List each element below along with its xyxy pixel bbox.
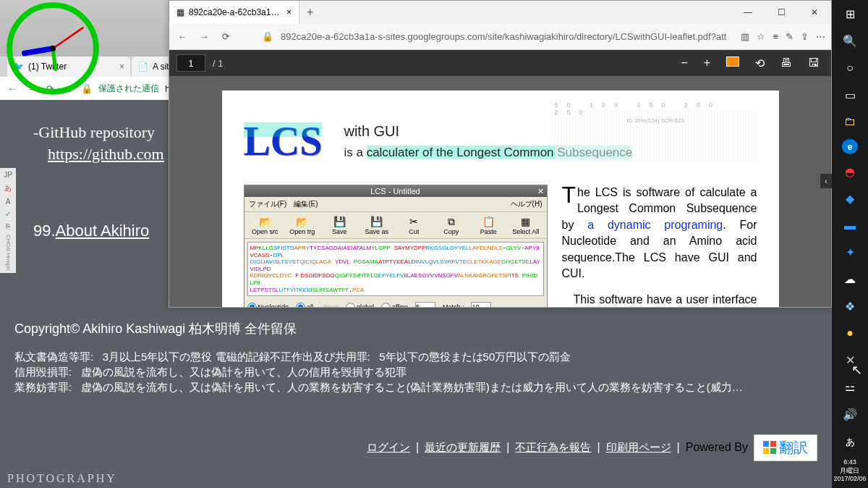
forward-icon[interactable]: → [197,31,211,42]
reload-icon[interactable]: ⟳ [218,31,233,42]
github-link[interactable]: https://github.com [48,145,164,164]
secure-label: 保護された通信 [98,83,159,95]
menu-file: ファイル(F) [249,199,287,209]
close-icon[interactable]: × [119,62,124,72]
edge-titlebar: ▦ 892ca20e-a-62cb3a1a-s × + — ☐ ✕ [169,1,831,24]
page-icon: 📄 [137,62,148,72]
close-icon: ✕ [537,187,544,196]
photography-watermark: PHOTOGRAPHY [7,472,117,485]
taskbar-clock[interactable]: 6:43 月曜日 2017/02/06 [833,458,866,484]
hub-icon[interactable]: ≡ [773,31,778,42]
app-icon[interactable]: ● [840,324,860,343]
clock-gadget[interactable] [6,1,100,96]
svg-line-5 [25,49,53,54]
print-link[interactable]: 印刷用ページ [606,441,671,455]
zoom-in-button[interactable]: + [699,56,715,70]
more-icon[interactable]: ⋯ [816,31,825,42]
pdf-viewport[interactable]: ID 35%(124) SCR 623 LCS with GUI is a ca… [169,76,831,307]
app-icon[interactable]: ▬ [840,216,860,235]
rotate-button[interactable]: ⟲ [751,56,769,70]
menu-help: ヘルプ(H) [511,199,542,209]
menu-edit: 編集(E) [294,199,318,209]
favorite-icon[interactable]: ☆ [757,31,765,42]
back-icon[interactable]: ← [175,31,190,42]
app-icon[interactable]: ✦ [840,243,860,262]
lcs-app-toolbar: 📂Open src 📂Open trg 💾Save 💾Save as ✂Cut … [244,212,547,239]
app-icon[interactable]: ◓ [840,161,860,181]
pdf-toolbar: / 1 − + ⟲ 🖶 🖫 [169,50,831,76]
svg-rect-0 [763,441,769,447]
svg-line-6 [53,49,56,70]
recent-link[interactable]: 最近の更新履歴 [425,441,501,455]
maximize-button[interactable]: ☐ [765,1,798,24]
about-link[interactable]: About Akihiro [56,222,150,240]
site-footer: Copyright© Akihiro Kashiwagi 柏木明博 全件留保 私… [0,313,832,403]
google-icon [763,441,776,454]
ime-icon[interactable]: ぁ [840,432,860,451]
minimize-button[interactable]: — [731,1,765,24]
edge-tab[interactable]: ▦ 892ca20e-a-62cb3a1a-s × [169,1,299,24]
zoom-out-button[interactable]: − [676,56,692,70]
edge-url[interactable]: 892ca20e-a-62cb3a1a-s-sites.googlegroups… [281,31,733,42]
dyn-prog-link: a dynamic programing [587,219,723,231]
taskview-icon[interactable]: ▭ [840,85,860,105]
svg-line-7 [53,28,83,49]
start-button[interactable]: ⊞ [840,4,860,24]
report-link[interactable]: 不正行為を報告 [515,441,591,455]
explorer-icon[interactable]: 🗀 [840,112,860,132]
svg-point-8 [50,46,56,51]
save-button[interactable]: 🖫 [804,56,824,70]
edge-window: ▦ 892ca20e-a-62cb3a1a-s × + — ☐ ✕ ← → ⟳ … [169,0,832,308]
pdf-page-total: / 1 [213,58,223,69]
lcs-app-title: LCS - Untitled✕ [244,185,547,197]
edge-tab-title: 892ca20e-a-62cb3a1a-s [189,7,282,17]
volume-icon[interactable]: 🔊 [840,404,860,424]
share-icon[interactable]: ⇪ [801,31,809,42]
edge-icon[interactable]: e [842,139,858,154]
lock-icon: 🔒 [262,31,273,42]
copyright: Copyright© Akihiro Kashiwagi 柏木明博 全件留保 [14,320,817,337]
lcs-options: Nucleotide all -direct global affine Mat… [244,299,547,307]
onedrive-icon[interactable]: ☁ [840,269,860,289]
pdf-text: The LCS is software of calculate a Longe… [562,185,757,307]
sidebar-expand[interactable]: ‹ [820,174,832,188]
notes-icon[interactable]: ✎ [786,31,793,42]
svg-rect-3 [770,448,776,454]
edge-address-bar: ← → ⟳ . 🔒 892ca20e-a-62cb3a1a-s-sites.go… [169,24,831,50]
print-button[interactable]: 🖶 [776,56,796,70]
pdf-page-input[interactable] [176,54,205,72]
new-tab-button[interactable]: + [299,6,320,19]
reader-icon[interactable]: ▥ [741,31,749,42]
site-footer-links: ログイン| 最近の更新履歴| 不正行為を報告| 印刷用ページ| Powered … [0,433,832,462]
pdf-page: ID 35%(124) SCR 623 LCS with GUI is a ca… [222,91,779,307]
translate-button[interactable]: 翻訳 [754,434,817,461]
login-link[interactable]: ログイン [367,441,410,455]
lcs-app-screenshot: LCS - Untitled✕ ファイル(F) 編集(E) ヘルプ(H) 📂Op… [244,185,548,307]
windows-taskbar: ⊞ 🔍 ○ ▭ 🗀 e ◓ ◆ ▬ ✦ ☁ ❖ ● ✕ ⚍ 🔊 ぁ 6:43 月… [832,0,868,488]
svg-rect-1 [770,441,776,447]
mouse-cursor: ↖ [851,362,862,378]
alignment-plot: ID 35%(124) SCR 623 [555,109,757,163]
close-button[interactable]: ✕ [798,1,831,24]
site-section-99: 99.About Akihiro [33,222,164,240]
wifi-icon[interactable]: ⚍ [840,377,860,397]
svg-rect-2 [763,448,769,454]
cortana-icon[interactable]: ○ [840,58,860,77]
search-icon[interactable]: 🔍 [840,31,860,51]
powered-by: Powered By [686,441,748,454]
close-icon[interactable]: × [286,7,292,17]
site-heading: -GitHub repository [33,123,164,142]
lcs-logo-text: LCS [244,118,323,164]
fit-page-button[interactable] [722,56,744,70]
app-icon[interactable]: ◆ [840,189,860,209]
app-icon[interactable]: ❖ [840,297,860,316]
page-icon: ▦ [176,7,184,17]
sequence-box: MPKLLGSFISTDAPRYTYCSAGDAIAIDATALMYLGPP S… [247,242,544,296]
ime-toolbar[interactable]: JPあA✓⎘CHOS Hrmph [0,168,16,273]
